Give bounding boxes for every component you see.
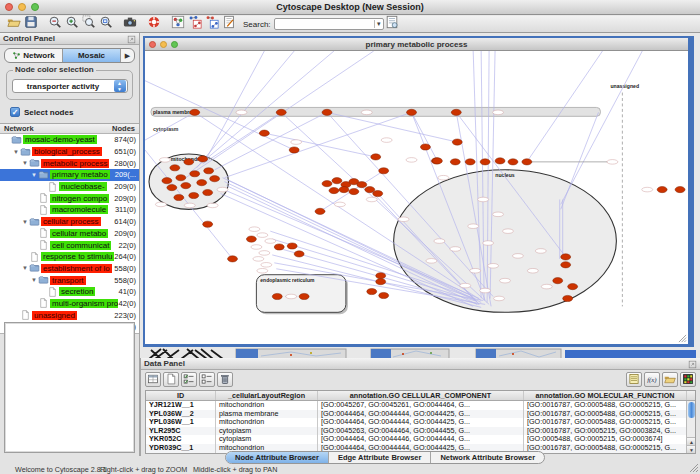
network-node[interactable] [203,189,213,195]
network-node[interactable] [379,292,389,298]
network-node[interactable] [450,159,460,165]
search-config-icon[interactable] [384,15,401,30]
compartment-nucleus[interactable] [394,170,617,313]
search-field[interactable]: ▾ [274,18,384,30]
zoom-selected-icon[interactable] [80,15,97,30]
tree-row[interactable]: mosaic-demo-yeast874(0) [0,134,139,146]
canvas-resize-grip[interactable] [678,334,687,343]
help-ring-icon[interactable] [145,15,162,30]
window-titlebar[interactable]: Cytoscape Desktop (New Session) [0,0,700,15]
network-node[interactable] [198,156,208,162]
zoom-fit-icon[interactable] [97,15,114,30]
scroll-down-arrow[interactable]: ▼ [687,445,696,453]
network-edge[interactable] [561,51,643,204]
import-attributes-icon[interactable] [662,372,678,387]
delete-attribute-icon[interactable] [217,372,233,387]
search-dropdown-arrow-icon[interactable]: ▾ [374,20,383,28]
attribute-table-header[interactable]: ID_cellularLayoutRegionannotation.GO CEL… [146,391,695,401]
tree-row[interactable]: response to stimulu264(0) [0,251,139,263]
tree-row[interactable]: ▼establishment of lo558(0) [0,263,139,275]
network-node[interactable] [294,251,304,257]
tree-row[interactable]: ▼cellular process614(0) [0,216,139,228]
select-nodes-option[interactable]: ✓ Select nodes [10,107,139,117]
tree-row[interactable]: nucleobase-209(0) [0,181,139,193]
network-node[interactable] [371,154,381,160]
table-row[interactable]: YLR295Ccytoplasm[GO:0045263, GO:0044464,… [146,427,695,436]
heatmap-icon[interactable] [680,372,696,387]
network-canvas[interactable]: plasma membranecytoplasmmitochondrionnuc… [145,51,688,344]
network-node[interactable] [376,279,386,285]
network-node[interactable] [197,180,207,186]
network-edge[interactable] [527,51,603,162]
zoom-out-icon[interactable] [46,15,63,30]
network-node[interactable] [181,183,191,189]
network-edge[interactable] [264,133,375,157]
annotation-icon[interactable] [220,15,237,30]
table-row[interactable]: YJR121W__1mitochondrion[GO:0045267, GO:0… [146,401,695,410]
network-node[interactable] [174,194,184,200]
network-node[interactable] [162,178,172,184]
tree-expander-icon[interactable]: ▼ [21,219,29,225]
network-node[interactable] [563,295,573,301]
network-edge[interactable] [327,112,457,142]
network-node[interactable] [568,284,578,290]
network-node[interactable] [322,181,332,187]
layout-b-icon[interactable] [203,15,220,30]
network-node[interactable] [379,168,389,174]
network-node[interactable] [322,109,332,115]
zoom-in-icon[interactable] [63,15,80,30]
network-node[interactable] [315,208,325,214]
network-node[interactable] [452,139,462,145]
network-node[interactable] [190,109,200,115]
create-attribute-icon[interactable] [163,372,179,387]
network-node[interactable] [189,192,199,198]
tree-row[interactable]: cellular metabo209(0) [0,228,139,240]
tree-expander-icon[interactable]: ▼ [21,160,29,166]
resize-grip-icon[interactable] [689,463,699,473]
network-node[interactable] [210,176,220,182]
save-icon[interactable] [22,15,39,30]
network-node[interactable] [349,188,359,194]
column-header[interactable]: ID [146,391,216,400]
network-node[interactable] [259,130,269,136]
table-row[interactable]: YPL036W__2plasma membrane[GO:0044464, GO… [146,410,695,419]
network-node[interactable] [675,187,685,193]
network-node[interactable] [329,188,339,194]
tab-node-attribute-browser[interactable]: Node Attribute Browser [226,452,329,463]
network-node[interactable] [289,147,299,153]
network-node[interactable] [357,182,367,188]
unselect-attributes-icon[interactable] [199,372,215,387]
table-row[interactable]: YKR052Ccytoplasm[GO:0044464, GO:0044446,… [146,435,695,444]
network-node[interactable] [657,187,667,193]
tree-row[interactable]: macromolecule311(0) [0,204,139,216]
vizmapper-icon[interactable] [169,15,186,30]
tree-row[interactable]: ▼transport558(0) [0,274,139,286]
network-node[interactable] [480,159,490,165]
network-node[interactable] [495,158,505,164]
layout-a-icon[interactable] [186,15,203,30]
tree-row[interactable]: cell communicat22(0) [0,239,139,251]
network-node[interactable] [272,293,282,299]
network-node[interactable] [274,244,284,250]
scrollbar-thumb[interactable] [688,402,695,418]
snapshot-icon[interactable] [121,15,138,30]
network-node[interactable] [420,144,430,150]
tree-row[interactable]: ▼primary metabo209(... [0,169,139,181]
birds-eye-view-panel[interactable] [4,322,135,453]
network-view-titlebar[interactable]: primary metabolic process [145,38,688,51]
search-input[interactable] [275,19,374,29]
network-node[interactable] [204,168,214,174]
network-node[interactable] [299,293,309,299]
select-attributes-icon[interactable] [181,372,197,387]
network-node[interactable] [376,273,386,279]
network-node[interactable] [184,159,194,165]
network-node[interactable] [432,158,442,164]
network-node[interactable] [246,236,256,242]
attribute-table-icon[interactable] [145,372,161,387]
float-panel-icon[interactable] [688,355,697,373]
column-header[interactable]: annotation.GO MOLECULAR_FUNCTION [524,391,687,400]
column-header[interactable]: annotation.GO CELLULAR_COMPONENT [318,391,524,400]
table-row[interactable]: YPL036W__1mitochondrion[GO:0044464, GO:0… [146,418,695,427]
tab-mosaic[interactable]: Mosaic [63,49,121,62]
tree-expander-icon[interactable]: ▼ [30,277,38,283]
